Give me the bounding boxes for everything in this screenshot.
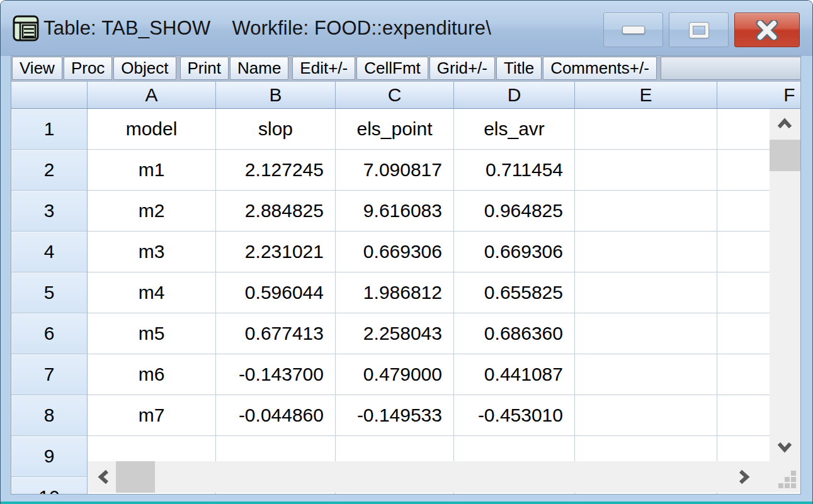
object-button[interactable]: Object (113, 57, 176, 80)
grid-body: 1modelslopels_pointels_avr2m12.1272457.0… (11, 109, 800, 494)
toolbar: View Proc Object Print Name Edit+/- Cell… (11, 56, 800, 81)
column-header-row: A B C D E F (11, 81, 800, 109)
close-icon (755, 20, 779, 40)
table-row: 5m40.5960441.9868120.655825 (11, 272, 800, 313)
cell[interactable]: 2.127245 (216, 150, 336, 191)
cell[interactable]: 0.711454 (454, 150, 575, 191)
cell[interactable]: 2.231021 (216, 232, 336, 272)
cell[interactable]: 0.479000 (336, 354, 454, 395)
cell[interactable]: 0.669306 (336, 232, 454, 272)
table-row: 1modelslopels_pointels_avr (11, 109, 800, 150)
window-controls (603, 13, 800, 47)
row-header[interactable]: 5 (11, 272, 88, 313)
cell[interactable] (575, 232, 717, 272)
cell[interactable]: 0.669306 (454, 232, 575, 272)
column-header-a[interactable]: A (88, 81, 216, 109)
resize-grip-icon[interactable] (778, 471, 797, 490)
name-button[interactable]: Name (230, 57, 288, 80)
cell[interactable]: m6 (88, 354, 216, 395)
column-header-b[interactable]: B (216, 81, 336, 109)
cell[interactable]: 9.616083 (336, 191, 454, 232)
cell[interactable]: -0.044860 (216, 395, 336, 436)
cell[interactable]: 0.686360 (454, 313, 575, 354)
cell[interactable]: 0.596044 (216, 272, 336, 313)
cell[interactable]: m3 (88, 232, 216, 272)
cell[interactable] (575, 313, 717, 354)
cell[interactable] (575, 272, 717, 313)
row-header[interactable]: 3 (11, 191, 88, 232)
comments-toggle-button[interactable]: Comments+/- (543, 57, 657, 80)
screenshot-stage: Table: TAB_SHOWWorkfile: FOOD::expenditu… (0, 0, 813, 504)
cell[interactable]: 7.090817 (336, 150, 454, 191)
vertical-scrollbar[interactable] (770, 109, 800, 461)
table-row: 6m50.6774132.2580430.686360 (11, 313, 800, 354)
cell[interactable]: -0.149533 (336, 395, 454, 436)
row-header[interactable]: 2 (11, 150, 88, 191)
column-header-d[interactable]: D (454, 81, 575, 109)
minimize-button[interactable] (603, 13, 663, 47)
row-header[interactable]: 6 (11, 313, 88, 354)
row-header[interactable]: 9 (11, 436, 88, 477)
cell[interactable] (575, 354, 717, 395)
cell[interactable]: -0.453010 (454, 395, 575, 436)
row-header[interactable]: 4 (11, 232, 88, 272)
column-header-c[interactable]: C (336, 81, 454, 109)
cell[interactable]: 0.964825 (454, 191, 575, 232)
window-bottom-edge (1, 501, 812, 504)
table-row: 4m32.2310210.6693060.669306 (11, 232, 800, 272)
row-header[interactable]: 8 (11, 395, 88, 436)
cell[interactable] (575, 150, 717, 191)
edit-toggle-button[interactable]: Edit+/- (292, 57, 355, 80)
cell[interactable]: 2.884825 (216, 191, 336, 232)
cell[interactable]: 0.441087 (454, 354, 575, 395)
row-header[interactable]: 7 (11, 354, 88, 395)
table-row: 3m22.8848259.6160830.964825 (11, 191, 800, 232)
cell[interactable]: slop (216, 109, 336, 150)
vertical-scroll-thumb[interactable] (770, 140, 800, 171)
table-grid-icon (12, 14, 41, 43)
table-row: 7m6-0.1437000.4790000.441087 (11, 354, 800, 395)
chevron-up-icon[interactable] (775, 115, 794, 134)
horizontal-scroll-thumb[interactable] (116, 461, 155, 493)
corner-cell[interactable] (11, 81, 88, 109)
cell[interactable] (575, 109, 717, 150)
chevron-down-icon[interactable] (775, 437, 794, 456)
column-header-f[interactable]: F (717, 81, 800, 109)
cell[interactable]: m2 (88, 191, 216, 232)
toolbar-group-object: View Proc Object (12, 57, 176, 80)
cell[interactable] (575, 191, 717, 232)
cell[interactable]: 0.655825 (454, 272, 575, 313)
row-header[interactable]: 10 (11, 477, 88, 494)
cell[interactable] (575, 395, 717, 436)
cell[interactable]: -0.143700 (216, 354, 336, 395)
horizontal-scrollbar[interactable] (88, 461, 800, 493)
title-bar[interactable]: Table: TAB_SHOWWorkfile: FOOD::expenditu… (1, 1, 812, 56)
row-header[interactable]: 1 (11, 109, 88, 150)
cell[interactable]: 1.986812 (336, 272, 454, 313)
table-row: 8m7-0.044860-0.149533-0.453010 (11, 395, 800, 436)
close-button[interactable] (734, 13, 800, 47)
chevron-left-icon[interactable] (95, 468, 114, 486)
toolbar-group-print-name: Print Name (180, 57, 289, 80)
title-button[interactable]: Title (496, 57, 542, 80)
cell[interactable]: m7 (88, 395, 216, 436)
maximize-icon (690, 23, 708, 38)
toolbar-filler (661, 57, 800, 80)
print-button[interactable]: Print (180, 57, 229, 80)
cell[interactable]: m1 (88, 150, 216, 191)
cell[interactable]: els_point (336, 109, 454, 150)
cellfmt-button[interactable]: CellFmt (356, 57, 428, 80)
proc-button[interactable]: Proc (64, 57, 112, 80)
cell[interactable]: m4 (88, 272, 216, 313)
column-header-e[interactable]: E (575, 81, 717, 109)
cell[interactable]: 0.677413 (216, 313, 336, 354)
chevron-right-icon[interactable] (734, 468, 753, 486)
cell[interactable]: m5 (88, 313, 216, 354)
cell[interactable]: els_avr (454, 109, 575, 150)
cell[interactable]: 2.258043 (336, 313, 454, 354)
view-button[interactable]: View (12, 57, 62, 80)
grid-toggle-button[interactable]: Grid+/- (429, 57, 495, 80)
cell[interactable]: model (88, 109, 216, 150)
maximize-button[interactable] (669, 13, 729, 47)
window-content: View Proc Object Print Name Edit+/- Cell… (11, 56, 800, 494)
